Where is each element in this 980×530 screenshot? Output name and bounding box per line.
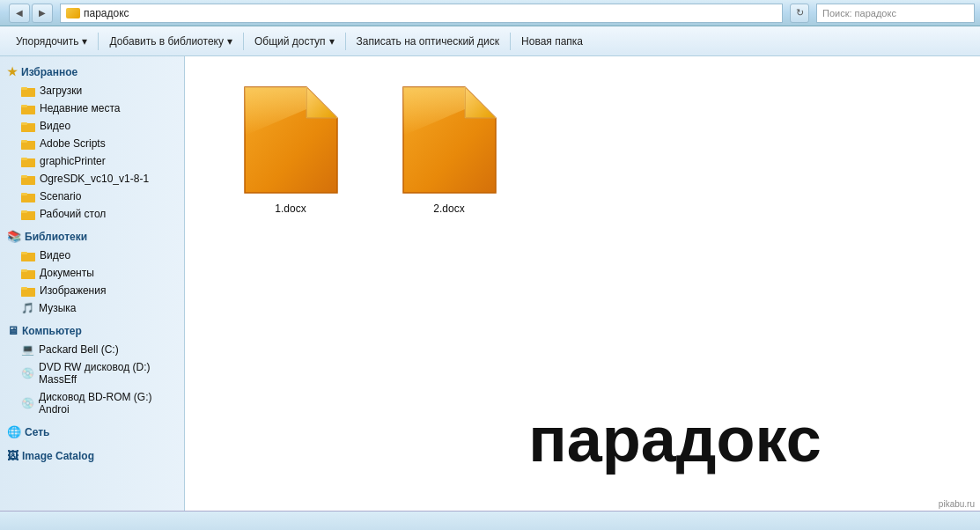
docx-icon-2 [399, 83, 500, 197]
svg-rect-29 [21, 269, 27, 272]
add-to-library-button[interactable]: Добавить в библиотеку ▾ [100, 29, 241, 54]
search-bar[interactable]: Поиск: парадокс [816, 4, 975, 23]
file-item-2[interactable]: 2.docx [396, 83, 502, 215]
address-bar[interactable]: парадокс [60, 4, 783, 23]
folder-icon [21, 285, 35, 297]
folder-icon [66, 8, 80, 18]
svg-rect-11 [21, 140, 27, 143]
svg-rect-20 [21, 193, 27, 195]
status-bar [0, 511, 980, 530]
dvd-icon: 💿 [21, 397, 34, 409]
sidebar-item-scenario[interactable]: Scenario [0, 188, 184, 205]
file-item-1[interactable]: 1.docx [238, 83, 343, 215]
files-grid: 1.docx [203, 74, 962, 224]
forward-button[interactable]: ▶ [32, 4, 53, 23]
folder-icon [21, 85, 35, 97]
library-icon: 📚 [7, 230, 21, 243]
sidebar-item-ogresdk[interactable]: OgreSDK_vc10_v1-8-1 [0, 170, 184, 188]
svg-rect-14 [21, 158, 27, 160]
sidebar-section-libraries: 📚 Библиотеки Видео Документы Изображения… [0, 226, 184, 317]
svg-rect-8 [21, 122, 27, 125]
folder-icon [21, 191, 35, 202]
sidebar-item-video2[interactable]: Видео [0, 247, 184, 264]
toolbar: Упорядочить ▾ Добавить в библиотеку ▾ Об… [0, 26, 980, 56]
separator [243, 33, 244, 50]
sidebar-item-desktop[interactable]: Рабочий стол [0, 205, 184, 223]
svg-rect-5 [21, 105, 27, 107]
chevron-down-icon: ▾ [227, 35, 232, 48]
folder-icon [21, 121, 35, 132]
address-text: парадокс [84, 7, 129, 19]
title-bar: ◀ ▶ парадокс ↻ Поиск: парадокс [0, 0, 980, 26]
drive-icon: 💻 [21, 343, 34, 356]
svg-rect-26 [21, 252, 27, 254]
chevron-down-icon: ▾ [329, 35, 335, 48]
sidebar-item-downloads[interactable]: Загрузки [0, 82, 184, 99]
sidebar-section-favorites: ★ Избранное Загрузки Недавние места Виде… [0, 62, 184, 223]
sidebar-item-drive-g[interactable]: 💿 Дисковод BD-ROM (G:) Androi [0, 388, 184, 418]
dvd-icon: 💿 [21, 367, 34, 379]
svg-rect-2 [21, 87, 27, 90]
watermark: pikabu.ru [939, 499, 975, 509]
share-button[interactable]: Общий доступ ▾ [246, 29, 343, 54]
network-icon: 🌐 [7, 425, 21, 438]
folder-icon [21, 138, 35, 150]
refresh-icon: ↻ [796, 7, 804, 18]
main-area: ★ Избранное Загрузки Недавние места Виде… [0, 56, 980, 511]
sidebar-item-music[interactable]: 🎵 Музыка [0, 299, 184, 317]
paradox-text: парадокс [370, 403, 980, 475]
sidebar-item-video1[interactable]: Видео [0, 117, 184, 135]
svg-rect-32 [21, 287, 27, 290]
sidebar-item-recent[interactable]: Недавние места [0, 99, 184, 117]
docx-icon-1 [240, 83, 342, 197]
folder-icon [21, 268, 35, 279]
separator [345, 33, 346, 50]
separator [510, 33, 511, 50]
burn-button[interactable]: Записать на оптический диск [348, 29, 509, 54]
libraries-header[interactable]: 📚 Библиотеки [0, 226, 184, 247]
music-icon: 🎵 [21, 302, 34, 314]
sidebar-section-computer: 🖥 Компьютер 💻 Packard Bell (C:) 💿 DVD RW… [0, 320, 184, 418]
catalog-header[interactable]: 🖼 Image Catalog [0, 445, 184, 466]
separator [98, 33, 99, 50]
sidebar-section-network: 🌐 Сеть [0, 422, 184, 442]
sidebar-item-adobe-scripts[interactable]: Adobe Scripts [0, 135, 184, 152]
network-header[interactable]: 🌐 Сеть [0, 422, 184, 442]
folder-icon [21, 209, 35, 220]
star-icon: ★ [7, 65, 18, 78]
organize-button[interactable]: Упорядочить ▾ [7, 29, 96, 54]
search-placeholder: Поиск: парадокс [822, 8, 896, 18]
computer-icon: 🖥 [7, 324, 18, 337]
sidebar-item-graphicprinter[interactable]: graphicPrinter [0, 152, 184, 170]
sidebar-item-images[interactable]: Изображения [0, 282, 184, 299]
computer-header[interactable]: 🖥 Компьютер [0, 320, 184, 341]
sidebar: ★ Избранное Загрузки Недавние места Виде… [0, 56, 185, 511]
sidebar-section-catalog: 🖼 Image Catalog [0, 445, 184, 466]
file-label-1: 1.docx [275, 202, 306, 215]
sidebar-item-drive-c[interactable]: 💻 Packard Bell (C:) [0, 341, 184, 358]
catalog-icon: 🖼 [7, 449, 18, 462]
back-button[interactable]: ◀ [9, 4, 30, 23]
refresh-button[interactable]: ↻ [790, 4, 809, 23]
content-area: 1.docx [185, 56, 980, 511]
sidebar-item-drive-d[interactable]: 💿 DVD RW дисковод (D:) MassEff [0, 358, 184, 388]
nav-arrows: ◀ ▶ [9, 4, 53, 23]
new-folder-button[interactable]: Новая папка [512, 29, 592, 54]
favorites-header[interactable]: ★ Избранное [0, 62, 184, 82]
folder-icon [21, 156, 35, 167]
folder-icon [21, 103, 35, 114]
svg-rect-17 [21, 175, 27, 178]
svg-rect-23 [21, 210, 27, 213]
sidebar-item-documents[interactable]: Документы [0, 264, 184, 282]
chevron-down-icon: ▾ [82, 35, 87, 48]
folder-icon [21, 173, 35, 185]
folder-icon [21, 250, 35, 261]
file-label-2: 2.docx [433, 202, 464, 215]
